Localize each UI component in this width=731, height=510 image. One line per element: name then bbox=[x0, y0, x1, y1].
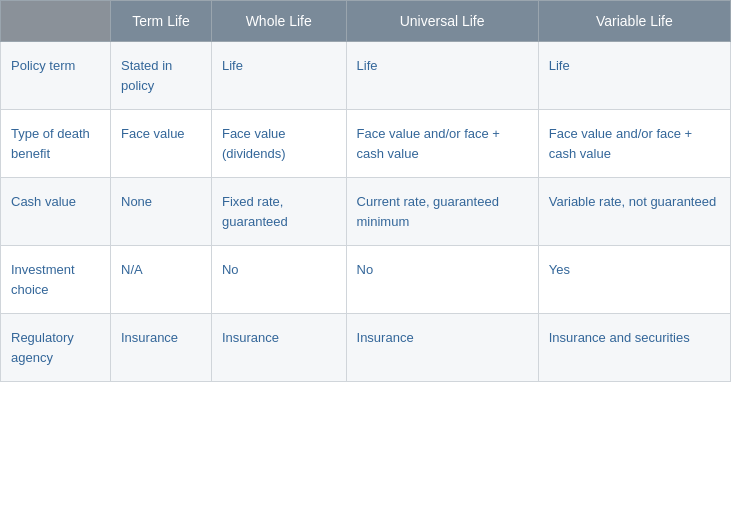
term-regulatory-agency: Insurance bbox=[111, 314, 212, 382]
header-term-life: Term Life bbox=[111, 1, 212, 42]
table-row: Policy term Stated in policy Life Life L… bbox=[1, 42, 731, 110]
variable-regulatory-agency: Insurance and securities bbox=[538, 314, 730, 382]
comparison-table: Term Life Whole Life Universal Life Vari… bbox=[0, 0, 731, 382]
universal-regulatory-agency: Insurance bbox=[346, 314, 538, 382]
whole-regulatory-agency: Insurance bbox=[211, 314, 346, 382]
variable-cash-value: Variable rate, not guaranteed bbox=[538, 178, 730, 246]
header-universal-life: Universal Life bbox=[346, 1, 538, 42]
universal-death-benefit: Face value and/or face + cash value bbox=[346, 110, 538, 178]
universal-investment-choice: No bbox=[346, 246, 538, 314]
table-row: Cash value None Fixed rate, guaranteed C… bbox=[1, 178, 731, 246]
header-empty bbox=[1, 1, 111, 42]
header-variable-life: Variable Life bbox=[538, 1, 730, 42]
term-death-benefit: Face value bbox=[111, 110, 212, 178]
whole-investment-choice: No bbox=[211, 246, 346, 314]
label-death-benefit: Type of death benefit bbox=[1, 110, 111, 178]
label-regulatory-agency: Regulatory agency bbox=[1, 314, 111, 382]
label-cash-value: Cash value bbox=[1, 178, 111, 246]
whole-policy-term: Life bbox=[211, 42, 346, 110]
variable-policy-term: Life bbox=[538, 42, 730, 110]
whole-cash-value: Fixed rate, guaranteed bbox=[211, 178, 346, 246]
whole-death-benefit: Face value (dividends) bbox=[211, 110, 346, 178]
label-policy-term: Policy term bbox=[1, 42, 111, 110]
term-cash-value: None bbox=[111, 178, 212, 246]
table-row: Investment choice N/A No No Yes bbox=[1, 246, 731, 314]
header-whole-life: Whole Life bbox=[211, 1, 346, 42]
label-investment-choice: Investment choice bbox=[1, 246, 111, 314]
variable-investment-choice: Yes bbox=[538, 246, 730, 314]
variable-death-benefit: Face value and/or face + cash value bbox=[538, 110, 730, 178]
table-row: Regulatory agency Insurance Insurance In… bbox=[1, 314, 731, 382]
term-investment-choice: N/A bbox=[111, 246, 212, 314]
universal-policy-term: Life bbox=[346, 42, 538, 110]
table-row: Type of death benefit Face value Face va… bbox=[1, 110, 731, 178]
term-policy-term: Stated in policy bbox=[111, 42, 212, 110]
universal-cash-value: Current rate, guaranteed minimum bbox=[346, 178, 538, 246]
